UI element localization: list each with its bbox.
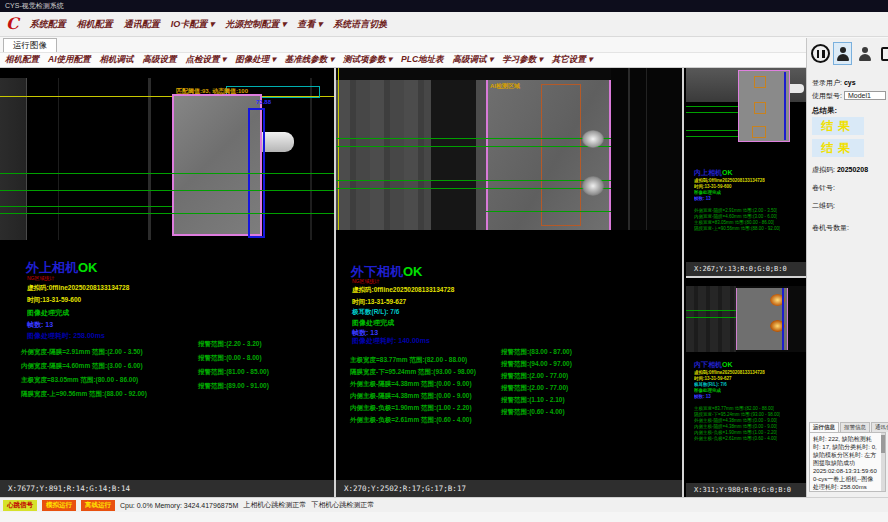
pin-number-label: 卷针号:	[812, 183, 835, 193]
menu-bar: C 系统配置 相机配置 通讯配置 IO卡配置 ▾ 光源控制配置 ▾ 查看 ▾ 系…	[0, 12, 888, 37]
right-panel: 登录用户: cys 使用型号: Model1 总结果: 结果 结果 虚拟码: 2…	[806, 38, 888, 497]
model-select[interactable]: Model1	[844, 91, 886, 100]
tool-learning-params[interactable]: 学习参数 ▾	[502, 54, 543, 66]
log-scrollbar-thumb[interactable]	[881, 435, 885, 453]
tool-ai-config[interactable]: AI使用配置	[48, 54, 91, 66]
image-dark-band	[431, 68, 476, 230]
metal-highlight	[582, 176, 604, 196]
image-stripe	[628, 68, 630, 230]
log-tab-alarm[interactable]: 报警信息	[840, 422, 870, 432]
menu-io-config[interactable]: IO卡配置 ▾	[171, 18, 215, 31]
menu-light-config[interactable]: 光源控制配置 ▾	[225, 18, 286, 31]
tool-test-params[interactable]: 测试项参数 ▾	[343, 54, 392, 66]
camera-ok-status: OK	[722, 361, 733, 368]
measure-line	[0, 173, 334, 174]
measure-value: 外侧主极-隔膜=4.38mm 范围:(0.00 - 9.00)	[694, 418, 777, 423]
virtual-code-row: 虚拟码: 20250208	[812, 165, 868, 175]
measurement-row: 隔膜宽度-上=90.56mm 范围:(88.00 - 92.00) 报警范围:(…	[21, 382, 147, 392]
log-text-area[interactable]: 耗时: 222, 缺陷检测耗时: 17, 缺陷分类耗时: 0, 缺陷模板分区耗时…	[809, 432, 886, 492]
camera-view-outer-lower[interactable]: AI检测区域 外下相机OK NG区域统计 虚拟码:0ffline20250208…	[336, 68, 682, 497]
image-left-strip	[686, 286, 736, 352]
menu-language-switch[interactable]: 系统语言切换	[333, 18, 387, 31]
alarm-range: 报警范围:(2.20 - 3.20)	[198, 340, 262, 349]
measure-line	[0, 206, 172, 207]
title-bar: CYS-视觉检测系统	[0, 0, 888, 12]
tool-spot-check[interactable]: 点检设置 ▾	[186, 54, 227, 66]
pause-button[interactable]	[811, 42, 830, 65]
camera-image-inner-lower[interactable]	[686, 286, 806, 352]
menu-view[interactable]: 查看 ▾	[297, 18, 322, 31]
measurement-row: 内侧主极-负极=1.90mm 范围:(1.00 - 2.20) 报警范围:(1.…	[350, 396, 472, 406]
image-stripe	[310, 78, 312, 240]
capture-time: 时间:13-31-59-627	[352, 298, 406, 307]
alarm-range: 报警范围:(1.10 - 2.10)	[501, 396, 565, 405]
tool-other-settings[interactable]: 其它设置 ▾	[552, 54, 593, 66]
ng-note: NG区域统计	[352, 278, 380, 284]
view-separator	[682, 68, 684, 497]
alarm-range: 报警范围:(2.00 - 77.00)	[501, 384, 568, 393]
roi-orange-box	[541, 84, 581, 226]
tool-camera-debug[interactable]: 相机调试	[100, 54, 134, 66]
measure-value: 外侧主极-负极=2.61mm 范围:(0.60 - 4.00)	[694, 436, 777, 441]
log-tab-run[interactable]: 运行信息	[809, 422, 839, 432]
tab-run-image[interactable]: 运行图像	[3, 38, 57, 53]
ng-note: NG区域统计	[27, 275, 55, 281]
measurement-row: 内侧宽度-隔膜=4.60mm 范围:(3.00 - 6.00) 报警范围:(0.…	[21, 354, 143, 364]
alarm-range: 报警范围:(94.00 - 97.00)	[501, 360, 572, 369]
virtual-code: 虚拟码:0ffline20250208133134728	[694, 178, 765, 183]
measure-value: 外侧宽度-隔膜=2.91mm 范围:(2.00 - 3.50)	[694, 208, 777, 213]
process-done: 图像处理完成	[694, 190, 721, 195]
tab-connector	[262, 132, 294, 152]
main-area: 73.88 匹配阈值:93, 动态阈值:100 外上相机OK NG区域统计 虚拟…	[0, 68, 888, 497]
menu-camera-config[interactable]: 相机配置	[77, 18, 113, 31]
login-user-value: cys	[844, 79, 856, 86]
tool-baseline-params[interactable]: 基准线参数 ▾	[285, 54, 334, 66]
camera-image-inner-upper[interactable]	[686, 68, 806, 160]
login-user-row: 登录用户: cys	[812, 78, 856, 88]
pixel-readout-bar: X:311;Y:980;R:0;G:0;B:0	[686, 483, 806, 497]
header-button-cluster	[811, 42, 888, 65]
tool-image-processing[interactable]: 图像处理 ▾	[235, 54, 276, 66]
alarm-range: 报警范围:(83.00 - 87.00)	[501, 348, 572, 357]
camera-image-outer-upper[interactable]: 73.88 匹配阈值:93, 动态阈值:100	[0, 78, 334, 240]
user-manage-button[interactable]	[855, 42, 874, 65]
capture-time: 时间:13-31-59-600	[27, 296, 81, 305]
process-done: 图像处理完成	[27, 308, 69, 318]
heartbeat-badge: 心跳信号	[3, 500, 37, 511]
baseline-yellow	[338, 68, 339, 230]
simulation-badge: 模拟运行	[42, 500, 76, 511]
tool-advanced-debug[interactable]: 高级调试 ▾	[453, 54, 494, 66]
result-badge-1: 结果	[812, 117, 864, 135]
camera-view-inner-upper[interactable]: 内上相机OK 虚拟码:0ffline20250208133134728 时间:1…	[686, 68, 806, 276]
measure-line	[336, 188, 611, 189]
pixel-readout-bar: X:270;Y:2502;R:17;G:17;B:17	[336, 480, 682, 497]
tool-advanced-settings[interactable]: 高级设置	[143, 54, 177, 66]
alarm-range: 报警范围:(0.60 - 4.00)	[501, 408, 565, 417]
logout-door-icon	[881, 47, 888, 61]
log-panel: 运行信息 报警信息 通讯信息 耗时: 222, 缺陷检测耗时: 17, 缺陷分类…	[809, 422, 886, 494]
footer-filler	[0, 512, 888, 522]
process-elapsed: 图像处理耗时: 140.00ms	[352, 336, 430, 346]
measurement-row: 外侧主极-负极=2.61mm 范围:(0.60 - 4.00) 报警范围:(0.…	[350, 408, 472, 418]
user-login-button[interactable]	[833, 42, 852, 65]
defect-box	[754, 76, 766, 88]
measurement-row: 主极宽度=83.05mm 范围:(80.00 - 86.00) 报警范围:(81…	[21, 368, 138, 378]
roi-blue-line	[784, 72, 786, 140]
result-badge-2: 结果	[812, 139, 864, 157]
menu-comm-config[interactable]: 通讯配置	[124, 18, 160, 31]
log-tab-comm[interactable]: 通讯信息	[871, 422, 888, 432]
camera-image-outer-lower[interactable]: AI检测区域	[336, 68, 682, 230]
tool-camera-config[interactable]: 相机配置	[5, 54, 39, 66]
alarm-range: 报警范围:(0.00 - 8.00)	[198, 354, 262, 363]
camera-view-inner-lower[interactable]: 内下相机OK 虚拟码:0ffline20250208133134728 时间:1…	[686, 278, 806, 497]
log-scrollbar[interactable]	[881, 433, 885, 491]
camera-view-outer-upper[interactable]: 73.88 匹配阈值:93, 动态阈值:100 外上相机OK NG区域统计 虚拟…	[0, 68, 334, 497]
camera-title-text: 外上相机	[26, 260, 78, 275]
menu-system-config[interactable]: 系统配置	[30, 18, 66, 31]
tool-plc-address[interactable]: PLC地址表	[401, 54, 444, 66]
defect-box	[752, 126, 766, 138]
camera-title-text: 内下相机	[694, 361, 722, 368]
camera-ok-status: OK	[403, 264, 423, 279]
exit-button[interactable]	[877, 42, 888, 65]
measure-line	[336, 146, 611, 147]
